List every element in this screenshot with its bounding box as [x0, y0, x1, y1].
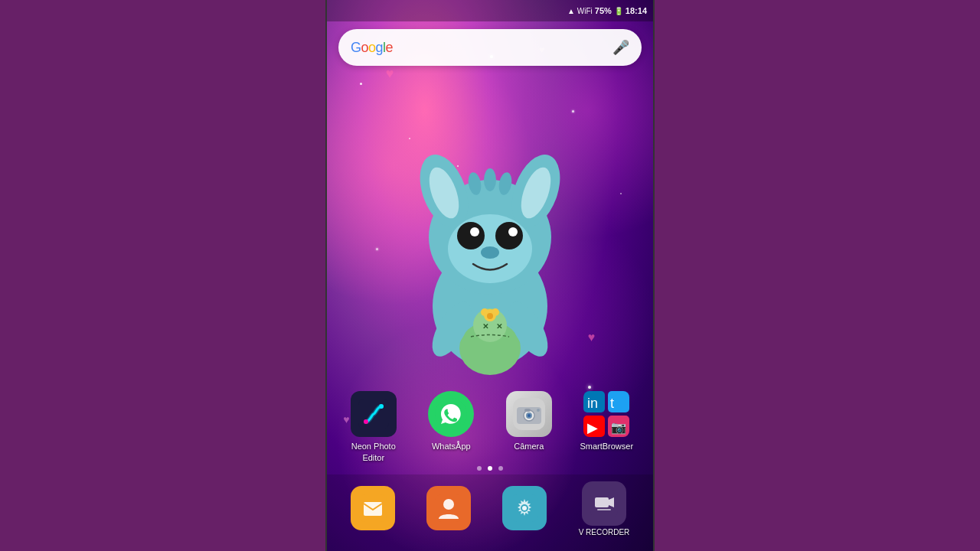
app-grid: Neon Photo Editor WhatsApp	[327, 391, 653, 467]
svg-text:t: t	[610, 396, 614, 411]
vrecorder-label: V RECORDER	[579, 528, 630, 536]
dock-item-vrecorder[interactable]: V RECORDER	[579, 481, 630, 536]
svg-rect-54	[597, 509, 611, 510]
svg-point-11	[481, 246, 499, 259]
svg-point-24	[487, 313, 493, 319]
camera-label: Câmera	[514, 441, 544, 452]
dock-item-settings[interactable]	[502, 486, 547, 533]
dock-item-contacts[interactable]	[426, 486, 471, 533]
battery-icon: 🔋	[614, 7, 623, 15]
svg-rect-34	[524, 409, 531, 412]
status-icons: ▲ WiFi 75% 🔋 18:14	[567, 6, 647, 15]
neon-photo-editor-label: Neon Photo Editor	[343, 441, 404, 463]
svg-point-10	[508, 227, 518, 236]
svg-point-7	[457, 222, 485, 249]
mail-icon	[351, 486, 395, 530]
app-item-camera[interactable]: Câmera	[495, 391, 564, 452]
svg-point-8	[495, 222, 523, 249]
svg-point-51	[522, 506, 527, 510]
smart-browser-label: SmartBrowser	[580, 441, 633, 452]
mic-icon[interactable]: 🎤	[612, 39, 629, 56]
svg-point-35	[537, 409, 540, 412]
svg-point-9	[470, 227, 479, 236]
app-item-neon-photo-editor[interactable]: Neon Photo Editor	[339, 391, 408, 463]
dock: V RECORDER	[327, 474, 653, 551]
signal-icon: ▲	[567, 7, 575, 15]
page-indicators	[327, 466, 653, 471]
smart-browser-icon: in t ▶ 📷	[583, 391, 629, 437]
svg-text:📷: 📷	[611, 420, 626, 435]
page-dot-3	[498, 466, 503, 471]
status-bar: ▲ WiFi 75% 🔋 18:14	[327, 0, 653, 21]
svg-point-26	[364, 419, 368, 424]
page-dot-1	[477, 466, 482, 471]
svg-point-27	[379, 404, 384, 409]
svg-point-13	[484, 168, 496, 191]
app-item-whatsapp[interactable]: WhatsApp	[416, 391, 485, 452]
contacts-icon	[426, 486, 471, 530]
dock-item-mail[interactable]	[351, 486, 395, 533]
google-search-bar[interactable]: Google 🎤	[338, 29, 642, 66]
page-dot-2	[488, 466, 492, 471]
svg-text:✕: ✕	[496, 322, 502, 331]
svg-point-47	[443, 499, 454, 510]
settings-icon	[502, 486, 547, 530]
whatsapp-label: WhatsApp	[432, 441, 471, 452]
battery-text: 75%	[595, 6, 612, 15]
svg-text:in: in	[587, 396, 598, 411]
phone-screen: ♥ ♥ ♥ ♥	[325, 0, 655, 551]
camera-icon	[506, 391, 552, 437]
svg-text:▶: ▶	[587, 420, 598, 435]
svg-text:✕: ✕	[482, 322, 488, 331]
right-panel	[655, 0, 980, 551]
svg-rect-53	[595, 497, 609, 507]
stitch-character: ✕ ✕	[383, 122, 597, 375]
google-logo: Google	[351, 40, 612, 56]
app-row-1: Neon Photo Editor WhatsApp	[335, 391, 645, 463]
neon-photo-editor-icon	[351, 391, 397, 437]
left-panel	[0, 0, 325, 551]
wifi-icon: WiFi	[577, 7, 593, 15]
whatsapp-icon	[428, 391, 474, 437]
app-item-smart-browser[interactable]: in t ▶ 📷 SmartBrowser	[572, 391, 641, 452]
svg-point-33	[528, 414, 531, 417]
vrecorder-icon	[582, 481, 626, 526]
time-text: 18:14	[626, 6, 647, 15]
